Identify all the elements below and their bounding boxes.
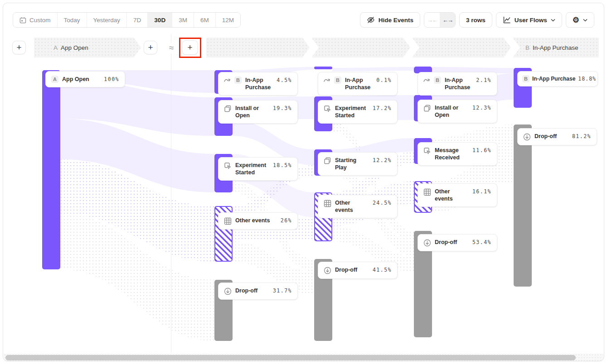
step-letter-badge: B	[234, 77, 242, 84]
flow-node-other-events[interactable]: Other events 26%	[218, 212, 298, 230]
node-label: Drop-off	[235, 287, 269, 294]
add-step-after-a-button[interactable]: +	[144, 41, 157, 54]
date-range-yesterday[interactable]: Yesterday	[87, 13, 127, 27]
step-b-letter: B	[525, 44, 529, 51]
view-selector-dropdown[interactable]: User Flows	[496, 12, 562, 28]
expand-columns-button[interactable]: ←→	[440, 13, 455, 27]
step-b-header[interactable]: B In-App Purchase	[513, 38, 599, 57]
flow-node-experiment-started[interactable]: Experiment Started 17.2%	[318, 100, 398, 124]
date-range-30d[interactable]: 30D	[147, 13, 172, 27]
flow-node-install-or-open[interactable]: Install or Open 19.3%	[218, 100, 298, 124]
date-range-6m[interactable]: 6M	[194, 13, 215, 27]
chevron-down-icon	[583, 19, 588, 22]
flow-node-in-app-purchase[interactable]: B In-App Purchase 2.1%	[418, 72, 497, 96]
flow-node-drop-off[interactable]: Drop-off 31.7%	[218, 283, 298, 300]
trending-arrow-icon	[423, 77, 430, 83]
step-a-letter: A	[53, 44, 58, 51]
rows-button[interactable]: 3 rows	[459, 12, 492, 28]
flow-node-in-app-purchase[interactable]: B In-App Purchase 0.1%	[318, 72, 398, 96]
date-range-7d[interactable]: 7D	[126, 13, 147, 27]
gear-icon: ⚙	[573, 15, 579, 25]
rows-label: 3 rows	[466, 17, 486, 24]
overlapping-squares-icon	[224, 105, 232, 113]
view-selector-label: User Flows	[515, 17, 547, 24]
click-cursor-icon	[324, 105, 331, 113]
flow-node-starting-play[interactable]: Starting Play 12.2%	[318, 152, 398, 176]
overlapping-squares-icon	[423, 105, 431, 112]
flow-node-in-app-purchase[interactable]: B In-App Purchase 18.8%	[517, 71, 598, 86]
drop-off-icon	[324, 267, 331, 274]
trending-arrow-icon	[224, 77, 231, 83]
node-percent: 41.5%	[373, 266, 392, 273]
step-a-label: App Open	[61, 44, 88, 51]
flow-node-message-received[interactable]: Message Received 11.6%	[418, 142, 497, 166]
line-chart-icon	[503, 16, 511, 24]
step-gap-band-3[interactable]	[412, 38, 511, 57]
collapse-columns-button[interactable]: →←	[424, 13, 440, 27]
flow-bar-app-open[interactable]	[42, 70, 60, 269]
node-label: Experiment Started	[335, 105, 369, 119]
flow-node-install-or-open[interactable]: Install or Open 12.3%	[418, 100, 497, 123]
node-percent: 19.3%	[273, 105, 292, 112]
step-letter-badge: B	[522, 75, 529, 82]
node-label: Drop-off	[435, 239, 469, 246]
node-percent: 81.2%	[572, 133, 591, 140]
date-range-group: Custom Today Yesterday 7D 30D 3M 6M 12M	[13, 12, 241, 28]
grid-icon	[324, 200, 331, 207]
node-percent: 17.2%	[373, 105, 392, 112]
node-label: In-App Purchase	[445, 77, 472, 91]
node-label: App Open	[62, 76, 100, 83]
node-label: Experiment Started	[235, 162, 269, 176]
horizontal-scrollbar-track[interactable]	[4, 354, 603, 362]
step-b-label: In-App Purchase	[533, 44, 578, 51]
node-percent: 2.1%	[476, 77, 491, 84]
drop-off-icon	[523, 133, 531, 141]
step-gap-band-1[interactable]	[206, 38, 310, 57]
node-label: Install or Open	[435, 104, 469, 119]
node-percent: 53.4%	[472, 239, 491, 246]
chevron-down-icon	[551, 19, 555, 22]
flow-bar-drop-off[interactable]	[514, 125, 532, 287]
node-label: Other events	[235, 217, 277, 224]
spacing-toggle-group: →← ←→	[424, 12, 456, 28]
node-percent: 24.5%	[373, 199, 392, 206]
settings-dropdown[interactable]: ⚙	[566, 12, 594, 28]
eye-off-icon	[367, 16, 375, 24]
flow-node-other-events[interactable]: Other events 16.1%	[418, 183, 497, 207]
grid-icon	[224, 217, 232, 225]
flow-node-drop-off[interactable]: Drop-off 53.4%	[418, 234, 497, 251]
hide-events-button[interactable]: Hide Events	[360, 12, 420, 28]
date-range-today[interactable]: Today	[57, 13, 87, 27]
flow-bar-in-app-purchase[interactable]	[314, 67, 332, 69]
node-label: Message Received	[435, 147, 469, 161]
overlapping-squares-icon	[324, 157, 331, 165]
add-step-before-button[interactable]: +	[12, 41, 26, 54]
node-label: In-App Purchase	[345, 77, 373, 91]
date-range-custom[interactable]: Custom	[13, 13, 57, 27]
horizontal-scrollbar-thumb[interactable]	[5, 355, 576, 360]
step-gap-band-2[interactable]	[311, 38, 410, 57]
add-step-between-button[interactable]: +	[182, 40, 198, 55]
step-letter-badge: B	[434, 77, 441, 84]
node-percent: 16.1%	[472, 188, 491, 195]
date-range-3m[interactable]: 3M	[172, 13, 194, 27]
trending-arrow-icon	[324, 77, 330, 83]
flow-node-app-open[interactable]: A App Open 100%	[45, 71, 125, 87]
flow-node-in-app-purchase[interactable]: B In-App Purchase 4.5%	[218, 72, 298, 96]
node-label: Starting Play	[335, 157, 369, 171]
flow-node-drop-off[interactable]: Drop-off 41.5%	[318, 262, 398, 279]
step-letter-badge: A	[51, 76, 58, 83]
flow-node-drop-off[interactable]: Drop-off 81.2%	[517, 128, 597, 145]
step-column-divider	[171, 34, 171, 353]
calendar-icon	[19, 17, 26, 24]
hide-events-label: Hide Events	[379, 17, 413, 24]
click-cursor-icon	[423, 147, 431, 155]
node-label: Drop-off	[534, 133, 568, 140]
step-a-header[interactable]: A App Open	[34, 38, 141, 57]
flow-node-experiment-started[interactable]: Experiment Started 18.5%	[218, 157, 298, 181]
approx-symbol: ≈	[166, 43, 177, 53]
node-percent: 0.1%	[376, 77, 392, 84]
node-percent: 18.5%	[273, 162, 292, 169]
date-range-12m[interactable]: 12M	[215, 13, 240, 27]
flow-node-other-events[interactable]: Other events 24.5%	[318, 195, 398, 218]
